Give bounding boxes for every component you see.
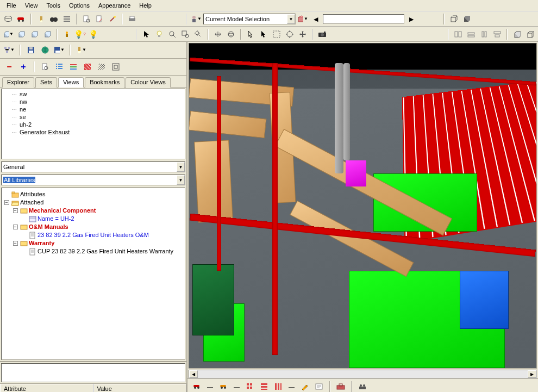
menu-help[interactable]: Help (135, 1, 156, 10)
tree-row-attributes[interactable]: Attributes (3, 190, 184, 198)
doc-zoom-icon[interactable] (39, 61, 51, 73)
menu-options[interactable]: Options (65, 1, 94, 10)
cube1-icon[interactable]: ▼ (2, 28, 14, 40)
tree-row-warranty-doc[interactable]: CUP 23 82 39 2.2 Gas Fired Unit Heaters … (3, 247, 184, 256)
pan-icon[interactable] (212, 28, 224, 40)
pencil-icon[interactable] (299, 381, 311, 393)
cube4-icon[interactable] (41, 28, 53, 40)
crosshair-icon[interactable] (284, 28, 296, 40)
selection-mode-combo[interactable]: Current Model Selection ▼ (203, 14, 296, 24)
menu-view[interactable]: View (21, 1, 42, 10)
slider-prev-icon[interactable]: ◀ (310, 13, 322, 25)
bars-icon[interactable] (67, 61, 79, 73)
collapse-icon[interactable]: − (13, 225, 18, 229)
align1-icon[interactable] (452, 28, 464, 40)
pointer-icon[interactable] (140, 28, 152, 40)
zoom-window-icon[interactable] (179, 28, 191, 40)
add-icon[interactable]: + (17, 61, 29, 73)
tab-colour-views[interactable]: Colour Views (126, 77, 171, 88)
align4-icon[interactable] (491, 28, 503, 40)
list2-icon[interactable] (53, 61, 65, 73)
hatch-icon[interactable] (96, 61, 108, 73)
select-arrow2-icon[interactable] (258, 28, 270, 40)
group-combo[interactable]: General ▼ (1, 161, 185, 172)
camera-icon[interactable] (316, 28, 328, 40)
binoculars-icon[interactable] (48, 13, 60, 25)
tree-row-name[interactable]: Name = UH-2 (3, 215, 184, 223)
car-orange-icon[interactable] (217, 381, 229, 393)
flashlight-icon[interactable] (35, 13, 47, 25)
flashlight2-icon[interactable]: ▼ (75, 44, 87, 56)
align3-icon[interactable] (478, 28, 490, 40)
wand-icon[interactable] (107, 13, 118, 25)
car-icon[interactable] (15, 13, 27, 25)
orbit-icon[interactable] (225, 28, 237, 40)
stripe-icon[interactable] (82, 61, 93, 73)
tree-item[interactable]: ⋯nw (4, 98, 183, 105)
box-wire2-icon[interactable] (524, 28, 536, 40)
zoom-extent-icon[interactable] (192, 28, 204, 40)
tree-row-warranty[interactable]: − Warranty (3, 239, 184, 247)
combo-dropdown-icon[interactable]: ▼ (177, 175, 185, 185)
tree-item[interactable]: ⋯Generator Exhaust (4, 128, 183, 136)
light-person-icon[interactable] (61, 28, 73, 40)
move-icon[interactable] (297, 28, 309, 40)
note-icon[interactable] (313, 381, 325, 393)
bulb-q-icon[interactable]: 💡? (74, 28, 86, 40)
scroll-right-icon[interactable]: ▶ (528, 370, 536, 378)
box-shade-icon[interactable] (511, 28, 523, 40)
print-icon[interactable] (126, 13, 138, 25)
cube-dark-icon[interactable] (461, 13, 473, 25)
slider-track[interactable] (323, 14, 404, 24)
cube2-icon[interactable] (15, 28, 27, 40)
combo-dropdown-icon[interactable]: ▼ (177, 162, 185, 172)
list-icon[interactable] (61, 13, 73, 25)
save2-icon[interactable]: ▼ (53, 44, 65, 56)
people-icon[interactable] (356, 381, 368, 393)
doc-edit-icon[interactable] (93, 13, 105, 25)
collapse-icon[interactable]: − (4, 200, 9, 205)
grid-red2-icon[interactable] (258, 381, 270, 393)
save-floppy-icon[interactable] (25, 44, 37, 56)
col-value[interactable]: Value (93, 384, 187, 392)
slider-next-icon[interactable]: ▶ (405, 13, 417, 25)
person-select-icon[interactable]: ▼ (190, 13, 202, 25)
open-db-icon[interactable] (2, 13, 14, 25)
menu-file[interactable]: File (2, 1, 21, 10)
tree-item[interactable]: ⋯se (4, 113, 183, 121)
grid-red-icon[interactable] (244, 381, 256, 393)
globe-icon[interactable] (39, 44, 51, 56)
remove-icon[interactable]: − (3, 61, 15, 73)
tree-item[interactable]: ⋯uh-2 (4, 121, 183, 128)
tab-sets[interactable]: Sets (35, 77, 57, 88)
toolbox-icon[interactable] (335, 381, 347, 393)
col-attribute[interactable]: Attribute (0, 384, 93, 392)
property-grid-body[interactable] (1, 363, 185, 382)
car-red-icon[interactable] (191, 381, 203, 393)
bulb-icon[interactable]: 💡 (87, 28, 99, 40)
cube-wire-icon[interactable] (448, 13, 460, 25)
frame-icon[interactable] (110, 61, 122, 73)
package-icon[interactable]: ▼ (297, 13, 309, 25)
tree-item[interactable]: ⋯ne (4, 105, 183, 113)
collapse-icon[interactable]: − (13, 208, 18, 213)
tab-bookmarks[interactable]: Bookmarks (85, 77, 124, 88)
viewport-scrollbar[interactable]: ◀ ▶ (189, 370, 537, 378)
tree-row-attached[interactable]: − Attached (3, 198, 184, 207)
select-box-icon[interactable] (271, 28, 283, 40)
tree-item[interactable]: ⋯sw (4, 90, 183, 98)
tree-row-om-doc[interactable]: 23 82 39 2.2 Gas Fired Unit Heaters O&M (3, 231, 184, 239)
grid-red3-icon[interactable] (272, 381, 284, 393)
tab-views[interactable]: Views (58, 77, 84, 88)
menu-appearance[interactable]: Appearance (94, 1, 135, 10)
collapse-icon[interactable]: − (13, 241, 18, 246)
library-combo[interactable]: All Libraries ▼ (1, 175, 185, 185)
3d-viewport[interactable] (189, 43, 537, 369)
tree-icon[interactable]: ▼ (3, 44, 15, 56)
combo-dropdown-icon[interactable]: ▼ (287, 14, 295, 24)
doc-search-icon[interactable] (80, 13, 92, 25)
zoom-icon[interactable] (166, 28, 178, 40)
menu-tools[interactable]: Tools (42, 1, 65, 10)
cube3-icon[interactable] (28, 28, 40, 40)
select-arrow-icon[interactable] (245, 28, 257, 40)
